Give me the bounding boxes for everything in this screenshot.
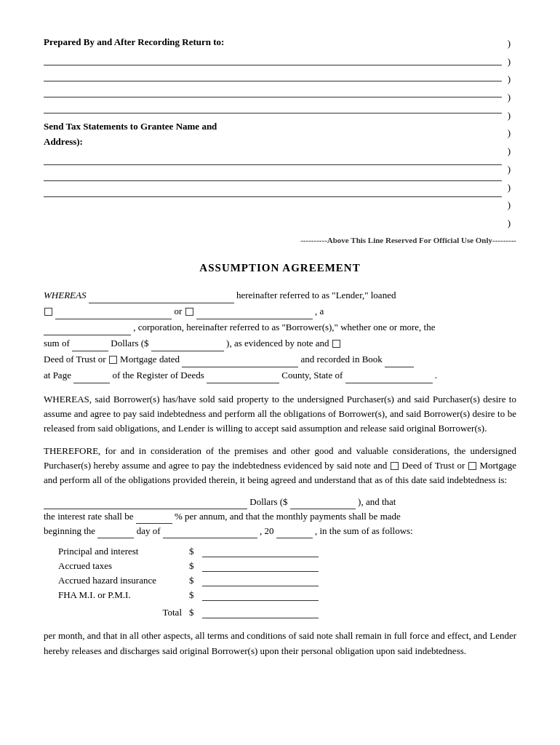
dollar-amt-field[interactable] [151, 341, 224, 351]
whereas-label: WHEREAS [44, 290, 86, 300]
indebtedness-block: Dollars ($ ), and that the interest rate… [44, 495, 516, 538]
in-sum-text: , in the sum of as follows: [315, 525, 413, 536]
prepared-line-1[interactable] [44, 54, 502, 65]
interest-text: the interest rate shall be [44, 511, 133, 522]
payment-label-4: FHA M.I. or P.M.I. [58, 589, 189, 601]
checkbox-1[interactable] [44, 308, 52, 316]
paragraph-2: WHEREAS, said Borrower(s) has/have sold … [44, 392, 516, 436]
deed-trust-p3: Deed of Trust or [402, 460, 465, 471]
corp-text: , corporation, hereinafter referred to a… [133, 322, 435, 332]
deed-trust-text: Deed of Trust or [44, 354, 106, 364]
county-text: County, State of [281, 370, 343, 381]
prepared-line-4[interactable] [44, 102, 502, 113]
day-field[interactable] [97, 528, 134, 538]
above-line-text: ----------Above This Line Reserved For O… [44, 236, 516, 244]
interest-rate-field[interactable] [136, 514, 172, 524]
day-of-text: day of [137, 525, 161, 536]
page-field[interactable] [73, 373, 110, 383]
dollars-label: Dollars ($ [249, 496, 287, 507]
total-row: Total $ [116, 607, 516, 618]
checkbox-2[interactable] [185, 308, 193, 316]
prepared-line-3[interactable] [44, 86, 502, 97]
total-label: Total [116, 607, 189, 618]
lender-name-field[interactable] [89, 293, 234, 303]
paragraph-2-text: WHEREAS, said Borrower(s) has/have sold … [44, 394, 516, 434]
a-text: , a [315, 306, 324, 316]
checkbox-3[interactable] [332, 340, 340, 348]
book-field[interactable] [385, 357, 414, 367]
document-page: Prepared By and After Recording Return t… [0, 0, 560, 745]
register-field[interactable] [207, 373, 279, 383]
checkbox-4[interactable] [109, 356, 117, 364]
sum-of-text: sum of [44, 338, 70, 348]
dollar-sign-2: $ [189, 560, 202, 572]
mortgage-text: Mortgage dated [120, 354, 180, 364]
header-fields: Prepared By and After Recording Return t… [44, 35, 502, 233]
payment-row-1: Principal and interest $ [58, 546, 516, 557]
header-section: Prepared By and After Recording Return t… [44, 35, 516, 233]
payment-label-1: Principal and interest [58, 546, 189, 557]
checkbox-5[interactable] [391, 462, 399, 470]
or-text: or [175, 306, 183, 316]
payment-row-3: Accrued hazard insurance $ [58, 575, 516, 586]
payment-field-4[interactable] [202, 591, 319, 601]
state-field[interactable] [345, 373, 433, 383]
payment-field-3[interactable] [202, 576, 319, 586]
tax-line-3[interactable] [44, 186, 502, 197]
payment-row-4: FHA M.I. or P.M.I. $ [58, 589, 516, 601]
send-tax-label: Send Tax Statements to Grantee Name and [44, 121, 217, 132]
document-title: ASSUMPTION AGREEMENT [44, 262, 516, 274]
page-text: at Page [44, 370, 71, 381]
total-dollar-sign: $ [189, 607, 202, 618]
checkbox-6[interactable] [468, 462, 476, 470]
indebtedness-amount-field[interactable] [44, 499, 247, 509]
paragraph-3: THEREFORE, for and in consideration of t… [44, 444, 516, 487]
dollars-text: Dollars ($ [111, 338, 148, 348]
register-text: of the Register of Deeds [112, 370, 204, 381]
and-that-text: ), and that [358, 496, 396, 507]
tax-line-2[interactable] [44, 170, 502, 181]
payment-label-3: Accrued hazard insurance [58, 575, 189, 586]
payment-row-2: Accrued taxes $ [58, 560, 516, 572]
dollar-sign-4: $ [189, 589, 202, 601]
payment-field-1[interactable] [202, 547, 319, 557]
beginning-text: beginning the [44, 525, 95, 536]
dollars-field[interactable] [290, 499, 356, 509]
payment-table: Principal and interest $ Accrued taxes $… [58, 546, 516, 618]
whereas-block: WHEREAS hereinafter referred to as "Lend… [44, 287, 516, 384]
address-label: Address): [44, 136, 83, 147]
referred-text: hereinafter referred to as "Lender," loa… [236, 290, 396, 300]
year-prefix: , 20 [260, 525, 274, 536]
dollar-sign-3: $ [189, 575, 202, 586]
total-field[interactable] [202, 608, 319, 618]
payment-field-2[interactable] [202, 562, 319, 572]
final-paragraph-text: per month, and that in all other aspects… [44, 630, 516, 656]
borrower-field-2[interactable] [196, 309, 313, 319]
prepared-line-2[interactable] [44, 70, 502, 81]
dollar-sign-1: $ [189, 546, 202, 557]
mortgage-date-field[interactable] [182, 357, 298, 367]
recorded-text: and recorded in Book [301, 354, 383, 364]
corp-field[interactable] [44, 325, 131, 335]
sum-field[interactable] [72, 341, 108, 351]
prepared-by-label: Prepared By and After Recording Return t… [44, 36, 224, 47]
final-paragraph: per month, and that in all other aspects… [44, 629, 516, 658]
evidenced-text: ), as evidenced by note and [226, 338, 329, 348]
month-field[interactable] [163, 528, 257, 538]
year-field[interactable] [276, 528, 313, 538]
tax-line-1[interactable] [44, 154, 502, 165]
payment-label-2: Accrued taxes [58, 560, 189, 572]
bracket-parens: ) ) ) ) ) ) ) ) ) ) ) [502, 35, 516, 233]
per-annum-text: % per annum, and that the monthly paymen… [175, 511, 401, 522]
borrower-field-1[interactable] [55, 309, 172, 319]
